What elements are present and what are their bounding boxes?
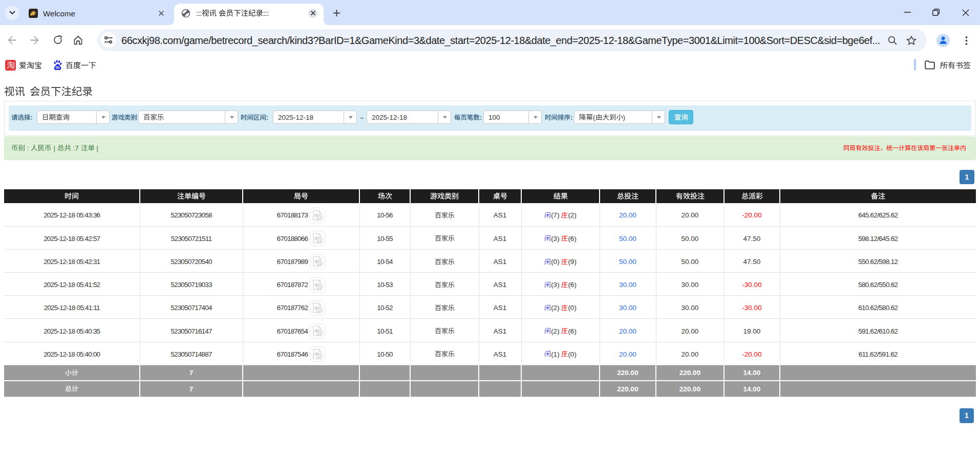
svg-text:du: du (56, 65, 60, 69)
